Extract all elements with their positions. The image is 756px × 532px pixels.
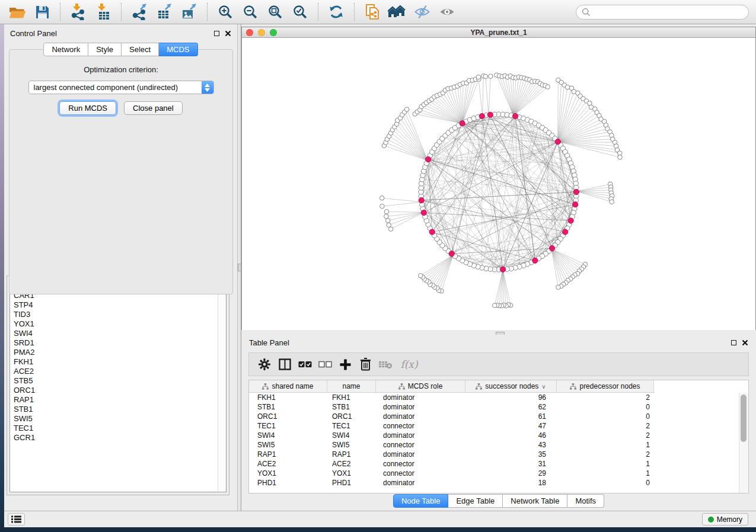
traffic-close-icon[interactable] bbox=[246, 29, 253, 36]
table-settings-button[interactable] bbox=[255, 355, 274, 374]
delete-column-button[interactable] bbox=[356, 355, 375, 374]
table-row[interactable]: YOX1YOX1connector291 bbox=[249, 469, 748, 478]
delete-table-button[interactable] bbox=[376, 355, 395, 374]
import-network-button[interactable] bbox=[68, 2, 89, 22]
list-item[interactable]: SWI4 bbox=[10, 329, 226, 338]
list-item[interactable]: PMA2 bbox=[10, 348, 226, 357]
cell: connector bbox=[376, 440, 465, 450]
table-row[interactable]: RAP1RAP1dominator352 bbox=[249, 450, 748, 459]
table-row[interactable]: SWI5SWI5connector431 bbox=[249, 440, 748, 450]
list-item[interactable]: ORC1 bbox=[10, 386, 226, 395]
table-panel-titlebar: Table Panel bbox=[241, 335, 756, 351]
zoom-out-button[interactable] bbox=[240, 2, 261, 22]
export-table-button[interactable] bbox=[154, 2, 175, 22]
list-item[interactable]: YOX1 bbox=[10, 319, 226, 329]
tab-network-table[interactable]: Network Table bbox=[503, 494, 567, 508]
table-row[interactable]: PHD1PHD1dominator180 bbox=[249, 478, 748, 488]
deselect-all-button[interactable] bbox=[315, 355, 334, 374]
zoom-selected-button[interactable] bbox=[289, 2, 311, 22]
hide-details-button[interactable] bbox=[412, 2, 433, 22]
float-panel-icon[interactable] bbox=[214, 31, 219, 36]
column-header-name[interactable]: name bbox=[327, 380, 376, 392]
tab-motifs[interactable]: Motifs bbox=[567, 494, 604, 508]
column-header-successor-nodes[interactable]: successor nodes∨ bbox=[465, 380, 557, 392]
clone-network-button[interactable] bbox=[362, 2, 383, 22]
cell: PHD1 bbox=[327, 478, 376, 488]
list-item[interactable]: STB1 bbox=[10, 405, 226, 414]
traffic-maximize-icon[interactable] bbox=[270, 29, 277, 36]
export-image-button[interactable] bbox=[178, 2, 200, 22]
table-row[interactable]: STB1STB1dominator620 bbox=[249, 402, 748, 412]
cell: 2 bbox=[557, 421, 654, 431]
cell: 0 bbox=[557, 402, 654, 412]
cell: connector bbox=[376, 469, 465, 478]
list-item[interactable]: TEC1 bbox=[10, 424, 226, 433]
cell: 47 bbox=[465, 421, 557, 431]
list-item[interactable]: FKH1 bbox=[10, 357, 226, 367]
cell: dominator bbox=[376, 478, 465, 488]
column-header-shared-name[interactable]: shared name bbox=[249, 380, 327, 392]
toolbar-separator bbox=[207, 3, 208, 21]
list-item[interactable]: STB5 bbox=[10, 376, 226, 386]
search-input[interactable] bbox=[594, 7, 748, 17]
list-item[interactable]: ACE2 bbox=[10, 367, 226, 376]
tab-edge-table[interactable]: Edge Table bbox=[448, 494, 503, 508]
list-item[interactable]: GCR1 bbox=[10, 433, 226, 443]
column-header-MCDS-role[interactable]: MCDS role bbox=[376, 380, 465, 392]
open-session-button[interactable] bbox=[7, 2, 28, 22]
show-details-button[interactable] bbox=[436, 2, 458, 22]
table-row[interactable]: ACE2ACE2connector311 bbox=[249, 459, 748, 469]
close-panel-icon[interactable] bbox=[742, 339, 748, 346]
cell: 0 bbox=[557, 412, 654, 421]
list-item[interactable]: STP4 bbox=[10, 300, 226, 310]
import-table-button[interactable] bbox=[92, 2, 114, 22]
tab-style[interactable]: Style bbox=[88, 43, 122, 56]
tab-mcds[interactable]: MCDS bbox=[159, 43, 197, 56]
cell: SWI4 bbox=[327, 431, 376, 440]
split-columns-button[interactable] bbox=[275, 355, 294, 374]
run-mcds-button[interactable]: Run MCDS bbox=[59, 101, 116, 115]
cell: 35 bbox=[465, 450, 557, 459]
tab-select[interactable]: Select bbox=[122, 43, 159, 56]
table-row[interactable]: ORC1ORC1dominator610 bbox=[249, 412, 748, 421]
tab-network[interactable]: Network bbox=[43, 43, 88, 56]
table-row[interactable]: SWI4SWI4dominator462 bbox=[249, 431, 748, 440]
float-panel-icon[interactable] bbox=[731, 340, 736, 345]
table-row[interactable]: TEC1TEC1connector472 bbox=[249, 421, 748, 431]
criterion-dropdown[interactable]: largest connected component (undirected) bbox=[28, 81, 214, 94]
traffic-minimize-icon[interactable] bbox=[258, 29, 265, 36]
close-panel-button[interactable]: Close panel bbox=[124, 101, 183, 115]
export-network-button[interactable] bbox=[129, 2, 150, 22]
create-column-button[interactable] bbox=[336, 355, 355, 374]
list-item[interactable]: TID3 bbox=[10, 310, 226, 319]
list-item[interactable]: SRD1 bbox=[10, 338, 226, 348]
overview-button[interactable] bbox=[387, 2, 408, 22]
table-row[interactable]: FKH1FKH1dominator962 bbox=[249, 393, 748, 402]
list-item[interactable]: RAP1 bbox=[10, 395, 226, 405]
cell: ORC1 bbox=[327, 412, 376, 421]
table-scrollbar[interactable] bbox=[739, 393, 748, 493]
cell: FKH1 bbox=[249, 393, 327, 402]
save-session-button[interactable] bbox=[31, 2, 53, 22]
vertical-splitter[interactable] bbox=[237, 24, 241, 511]
column-header-predecessor-nodes[interactable]: predecessor nodes bbox=[557, 380, 654, 392]
hierarchy-icon bbox=[262, 383, 269, 390]
close-panel-icon[interactable] bbox=[225, 30, 231, 37]
table-scrollbar-thumb[interactable] bbox=[741, 395, 747, 442]
select-all-button[interactable] bbox=[295, 355, 314, 374]
cell: 0 bbox=[557, 478, 654, 488]
network-canvas[interactable] bbox=[242, 38, 755, 330]
list-item[interactable]: SWI5 bbox=[10, 414, 226, 424]
cell: 1 bbox=[557, 440, 654, 450]
function-builder-button[interactable]: f(x) bbox=[396, 355, 422, 374]
refresh-button[interactable] bbox=[326, 2, 347, 22]
memory-button[interactable]: Memory bbox=[702, 513, 748, 525]
tab-node-table[interactable]: Node Table bbox=[393, 494, 449, 508]
zoom-fit-button[interactable] bbox=[264, 2, 286, 22]
control-panel-title: Control Panel bbox=[10, 29, 57, 38]
cell: FKH1 bbox=[327, 393, 376, 402]
task-history-button[interactable] bbox=[8, 513, 25, 525]
list-scrollbar[interactable] bbox=[218, 281, 226, 492]
table-panel: Table Panel bbox=[241, 335, 756, 511]
zoom-in-button[interactable] bbox=[215, 2, 236, 22]
